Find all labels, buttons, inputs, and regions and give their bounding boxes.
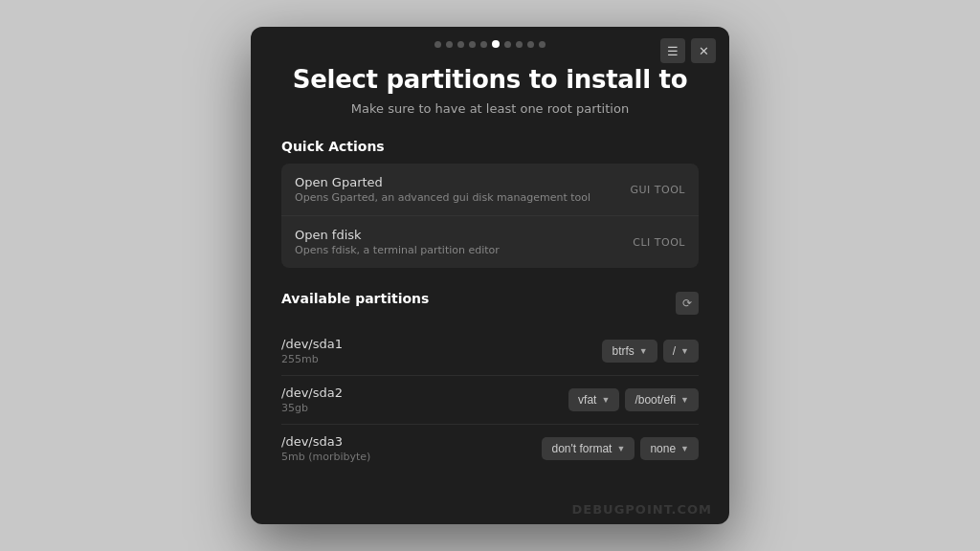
mount-chevron-0: ▼ — [680, 346, 689, 356]
pagination-dot-9[interactable] — [527, 41, 534, 48]
partition-size-2: 5mb (morbibyte) — [281, 451, 370, 463]
pagination-dot-4[interactable] — [469, 41, 476, 48]
partition-info-2: /dev/sda3 5mb (morbibyte) — [281, 434, 370, 463]
pagination-dot-10[interactable] — [539, 41, 546, 48]
close-button[interactable]: ✕ — [691, 38, 716, 63]
action-item-1[interactable]: Open fdisk Opens fdisk, a terminal parti… — [281, 216, 699, 268]
partition-info-0: /dev/sda1 255mb — [281, 337, 343, 365]
format-dropdown-1[interactable]: vfat ▼ — [568, 388, 619, 411]
top-actions: ☰ ✕ — [660, 38, 716, 63]
mount-dropdown-0[interactable]: / ▼ — [663, 340, 699, 363]
partition-controls-1: vfat ▼ /boot/efi ▼ — [568, 388, 699, 411]
action-name-1: Open fdisk — [295, 228, 500, 242]
refresh-button[interactable]: ⟳ — [676, 292, 699, 315]
page-subtitle: Make sure to have at least one root part… — [281, 101, 699, 116]
pagination-dots — [266, 40, 714, 48]
main-dialog: ☰ ✕ Select partitions to install to Make… — [251, 27, 729, 524]
quick-actions-list: Open Gparted Opens Gparted, an advanced … — [281, 164, 699, 268]
menu-button[interactable]: ☰ — [660, 38, 685, 63]
partition-controls-0: btrfs ▼ / ▼ — [602, 340, 699, 363]
format-dropdown-0[interactable]: btrfs ▼ — [602, 340, 657, 363]
action-item-0[interactable]: Open Gparted Opens Gparted, an advanced … — [281, 164, 699, 216]
partitions-title: Available partitions — [281, 291, 429, 306]
pagination-dot-7[interactable] — [504, 41, 511, 48]
pagination-dot-8[interactable] — [516, 41, 523, 48]
mount-dropdown-1[interactable]: /boot/efi ▼ — [625, 388, 699, 411]
tool-badge-0: GUI TOOL — [631, 184, 685, 196]
partition-item-0: /dev/sda1 255mb btrfs ▼ / ▼ — [281, 327, 699, 376]
dialog-content: Select partitions to install to Make sur… — [251, 55, 729, 496]
top-bar: ☰ ✕ — [251, 27, 729, 55]
watermark: DEBUGPOINT.COM — [572, 502, 712, 517]
partition-name-0: /dev/sda1 — [281, 337, 343, 351]
partition-size-0: 255mb — [281, 353, 343, 365]
action-desc-0: Opens Gparted, an advanced gui disk mana… — [295, 191, 590, 204]
partitions-list: /dev/sda1 255mb btrfs ▼ / ▼ /dev/sda2 35… — [281, 327, 699, 473]
pagination-dot-6[interactable] — [492, 40, 500, 48]
format-dropdown-2[interactable]: don't format ▼ — [542, 437, 635, 460]
action-name-0: Open Gparted — [295, 175, 590, 189]
mount-dropdown-2[interactable]: none ▼ — [640, 437, 699, 460]
partition-item-2: /dev/sda3 5mb (morbibyte) don't format ▼… — [281, 425, 699, 473]
pagination-dot-2[interactable] — [446, 41, 453, 48]
mount-chevron-1: ▼ — [680, 395, 689, 405]
partitions-header: Available partitions ⟳ — [281, 291, 699, 316]
action-desc-1: Opens fdisk, a terminal partition editor — [295, 244, 500, 256]
partition-name-2: /dev/sda3 — [281, 434, 370, 449]
partition-controls-2: don't format ▼ none ▼ — [542, 437, 699, 460]
pagination-dot-1[interactable] — [434, 41, 441, 48]
mount-chevron-2: ▼ — [680, 444, 689, 453]
format-chevron-0: ▼ — [639, 346, 648, 356]
action-text-1: Open fdisk Opens fdisk, a terminal parti… — [295, 228, 500, 256]
quick-actions-title: Quick Actions — [281, 139, 699, 154]
action-text-0: Open Gparted Opens Gparted, an advanced … — [295, 175, 590, 204]
pagination-dot-5[interactable] — [480, 41, 487, 48]
partition-item-1: /dev/sda2 35gb vfat ▼ /boot/efi ▼ — [281, 376, 699, 425]
partition-name-1: /dev/sda2 — [281, 386, 343, 400]
partition-info-1: /dev/sda2 35gb — [281, 386, 343, 414]
format-chevron-1: ▼ — [601, 395, 610, 405]
pagination-dot-3[interactable] — [457, 41, 464, 48]
format-chevron-2: ▼ — [616, 444, 625, 453]
tool-badge-1: CLI TOOL — [633, 236, 685, 249]
partition-size-1: 35gb — [281, 402, 343, 414]
page-title: Select partitions to install to — [281, 65, 699, 94]
